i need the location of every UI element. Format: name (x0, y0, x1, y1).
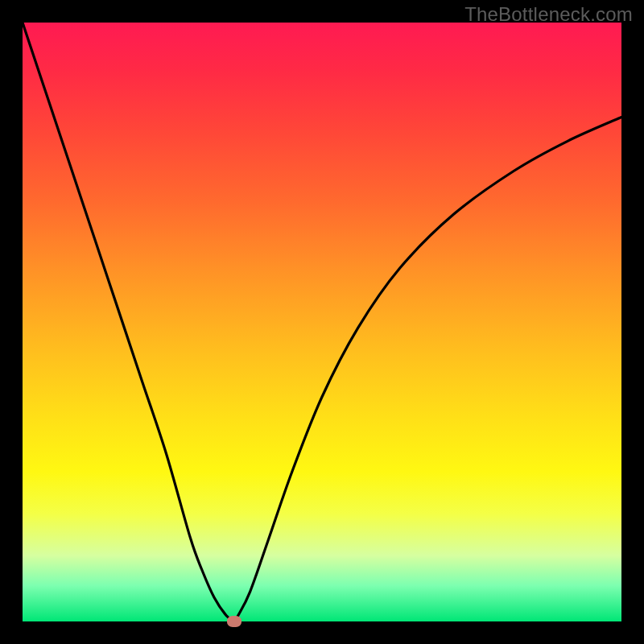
chart-frame: TheBottleneck.com (0, 0, 644, 644)
plot-area (23, 23, 621, 621)
watermark-text: TheBottleneck.com (464, 3, 633, 26)
minimum-marker (227, 616, 242, 627)
bottleneck-curve (23, 23, 621, 621)
